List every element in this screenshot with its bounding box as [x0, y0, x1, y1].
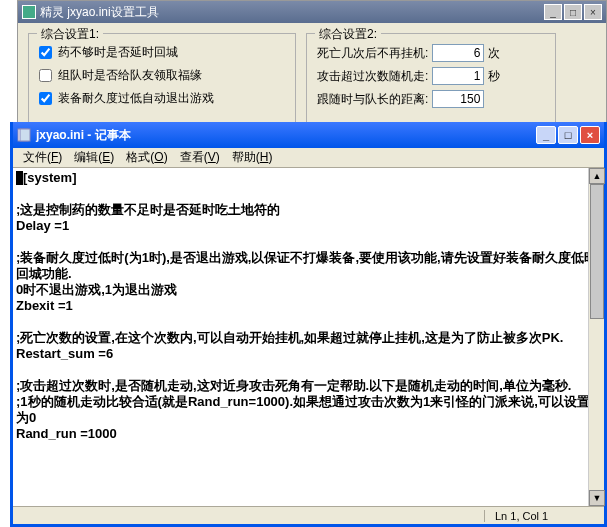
notepad-text: [system] ;这是控制药的数量不足时是否延时吃土地符的 Delay =1 … [16, 170, 597, 441]
notepad-title: jxyao.ini - 记事本 [36, 127, 131, 144]
death-limit-input[interactable] [432, 44, 484, 62]
attack-rand-input[interactable] [432, 67, 484, 85]
group2-legend: 综合设置2: [315, 26, 381, 43]
chk-delay-recall[interactable] [39, 46, 52, 59]
menu-format[interactable]: 格式(O) [120, 147, 173, 168]
scroll-up-icon[interactable]: ▲ [589, 168, 605, 184]
notepad-textarea[interactable]: [system] ;这是控制药的数量不足时是否延时吃土地符的 Delay =1 … [13, 168, 604, 506]
notepad-menubar: 文件(F) 编辑(E) 格式(O) 查看(V) 帮助(H) [13, 148, 604, 168]
group1-legend: 综合设置1: [37, 26, 103, 43]
menu-file[interactable]: 文件(F) [17, 147, 68, 168]
notepad-app-icon [17, 128, 31, 142]
notepad-window: jxyao.ini - 记事本 _ □ × 文件(F) 编辑(E) 格式(O) … [10, 122, 607, 527]
notepad-titlebar[interactable]: jxyao.ini - 记事本 _ □ × [13, 122, 604, 148]
follow-dist-label: 跟随时与队长的距离: [317, 91, 428, 108]
chk-team-blessing[interactable] [39, 69, 52, 82]
config-titlebar[interactable]: 精灵 jxyao.ini设置工具 _ □ × [18, 1, 606, 23]
svg-rect-3 [20, 129, 30, 141]
scroll-down-icon[interactable]: ▼ [589, 490, 605, 506]
notepad-max-button[interactable]: □ [558, 126, 578, 144]
config-title: 精灵 jxyao.ini设置工具 [40, 4, 159, 21]
scroll-thumb[interactable] [590, 184, 604, 319]
attack-rand-unit: 秒 [488, 68, 500, 85]
notepad-scrollbar-v[interactable]: ▲ ▼ [588, 168, 604, 506]
notepad-statusbar: Ln 1, Col 1 [13, 506, 604, 524]
follow-dist-input[interactable] [432, 90, 484, 108]
attack-rand-label: 攻击超过次数随机走: [317, 68, 428, 85]
chk-durability-exit-label: 装备耐久度过低自动退出游戏 [58, 90, 214, 107]
config-min-button[interactable]: _ [544, 4, 562, 20]
chk-delay-recall-label: 药不够时是否延时回城 [58, 44, 178, 61]
death-limit-label: 死亡几次后不再挂机: [317, 45, 428, 62]
config-max-button[interactable]: □ [564, 4, 582, 20]
config-close-button[interactable]: × [584, 4, 602, 20]
notepad-close-button[interactable]: × [580, 126, 600, 144]
death-limit-unit: 次 [488, 45, 500, 62]
config-app-icon [22, 5, 36, 19]
cursor-position: Ln 1, Col 1 [484, 510, 604, 522]
menu-help[interactable]: 帮助(H) [226, 147, 279, 168]
chk-durability-exit[interactable] [39, 92, 52, 105]
chk-team-blessing-label: 组队时是否给队友领取福缘 [58, 67, 202, 84]
notepad-min-button[interactable]: _ [536, 126, 556, 144]
menu-view[interactable]: 查看(V) [174, 147, 226, 168]
menu-edit[interactable]: 编辑(E) [68, 147, 120, 168]
